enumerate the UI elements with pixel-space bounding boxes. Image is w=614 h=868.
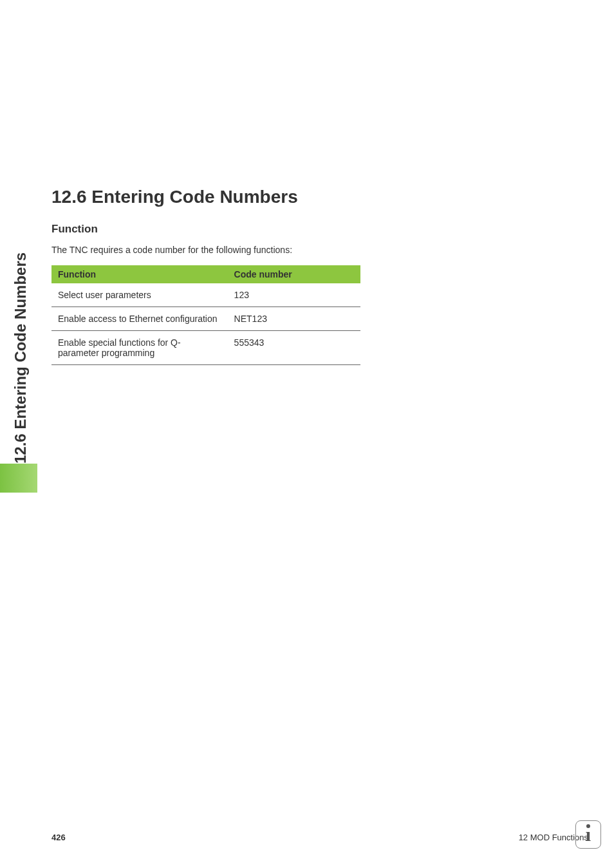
cell-code: 555343 xyxy=(228,331,360,365)
table-header-row: Function Code number xyxy=(51,265,360,283)
cell-function: Enable special functions for Q-parameter… xyxy=(51,331,228,365)
main-content: 12.6 Entering Code Numbers Function The … xyxy=(51,187,566,365)
header-code: Code number xyxy=(228,265,360,283)
intro-text: The TNC requires a code number for the f… xyxy=(51,245,566,255)
cell-code: 123 xyxy=(228,283,360,307)
page-number: 426 xyxy=(51,833,66,842)
page-footer: 426 12 MOD Functions xyxy=(51,833,588,842)
cell-function: Select user parameters xyxy=(51,283,228,307)
header-function: Function xyxy=(51,265,228,283)
info-icon-dot xyxy=(586,824,590,828)
cell-function: Enable access to Ethernet configuration xyxy=(51,307,228,331)
table-row: Enable special functions for Q-parameter… xyxy=(51,331,360,365)
side-tab-heading: 12.6 Entering Code Numbers xyxy=(12,252,30,464)
cell-code: NET123 xyxy=(228,307,360,331)
code-number-table: Function Code number Select user paramet… xyxy=(51,265,360,365)
info-icon: ı xyxy=(575,820,601,849)
subsection-title: Function xyxy=(51,223,566,236)
table-row: Select user parameters 123 xyxy=(51,283,360,307)
side-tab-marker xyxy=(0,464,37,493)
table-row: Enable access to Ethernet configuration … xyxy=(51,307,360,331)
section-title: 12.6 Entering Code Numbers xyxy=(51,187,566,207)
